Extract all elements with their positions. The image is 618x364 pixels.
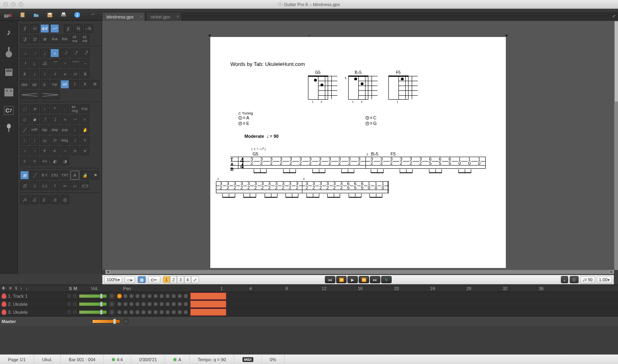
forward-btn[interactable]: ⏩ bbox=[359, 276, 369, 283]
open-file-icon[interactable] bbox=[32, 11, 40, 19]
flag-btn[interactable]: ⚑ bbox=[90, 171, 99, 180]
rasg-btn[interactable]: rasg. bbox=[60, 136, 69, 145]
tremolo-btn[interactable]: ≡ bbox=[50, 146, 59, 155]
double-flat-btn[interactable]: 𝄫 bbox=[20, 70, 29, 78]
sharp-btn[interactable]: ♯ bbox=[50, 70, 59, 78]
fx-knob[interactable] bbox=[165, 309, 170, 315]
scroll-right-icon[interactable]: ▶ bbox=[609, 270, 614, 274]
fx-knob[interactable] bbox=[183, 301, 189, 307]
countdown-btn[interactable]: ⏲ bbox=[570, 276, 579, 283]
volume-swell-btn[interactable]: <> bbox=[40, 157, 49, 166]
direction-btn[interactable]: ⊡ bbox=[20, 181, 29, 190]
harmonic2-btn[interactable]: ◆ bbox=[30, 115, 39, 124]
fx-knob[interactable] bbox=[129, 293, 134, 299]
alt-beam-btn[interactable]: ♪♪ bbox=[70, 181, 79, 190]
play-btn[interactable]: ▶ bbox=[347, 276, 358, 283]
grace-on-btn[interactable]: 𝆕 bbox=[30, 146, 39, 155]
fullscreen-icon[interactable]: ⤢ bbox=[612, 14, 616, 19]
scroll-left-icon[interactable]: ◀ bbox=[105, 270, 110, 274]
ff-btn[interactable]: ff bbox=[80, 80, 89, 89]
vertical-scrollbar[interactable] bbox=[614, 21, 618, 270]
fx-knob[interactable] bbox=[165, 293, 170, 299]
chord-diagram-btn[interactable]: ⊞ bbox=[20, 171, 29, 180]
p-btn[interactable]: p bbox=[40, 80, 49, 89]
repeat-close-btn[interactable]: :‖ bbox=[20, 35, 29, 43]
inv-mordent-btn[interactable]: ⩛ bbox=[80, 146, 89, 155]
clef-btn[interactable]: 𝄞 bbox=[20, 24, 29, 33]
track-timeline[interactable] bbox=[190, 292, 618, 300]
timer-btn[interactable]: 2:51 bbox=[50, 171, 59, 180]
amp-icon[interactable] bbox=[2, 66, 15, 79]
triplet-feel-btn[interactable]: ⌐³ bbox=[50, 24, 59, 33]
note-tool-icon[interactable]: ♪ bbox=[2, 26, 15, 39]
voice-4-btn[interactable]: 4 bbox=[184, 276, 191, 283]
fx-knob[interactable] bbox=[117, 301, 122, 307]
beam-btn[interactable]: ♫ bbox=[30, 181, 39, 190]
fx-knob[interactable] bbox=[141, 293, 146, 299]
shift-btn[interactable]: ⇅ bbox=[80, 70, 89, 78]
arpeggio-btn[interactable]: ≀ bbox=[70, 136, 79, 145]
close-icon[interactable]: × bbox=[177, 14, 179, 19]
tab-blindness[interactable]: blindness.gpx× bbox=[102, 12, 145, 21]
multitrack-btn[interactable]: ▦ bbox=[138, 276, 146, 283]
window-zoom-btn[interactable] bbox=[18, 2, 23, 7]
loop-btn[interactable]: ↻ bbox=[381, 276, 392, 283]
move-up-icon[interactable]: ↑ bbox=[20, 286, 23, 291]
print-icon[interactable] bbox=[60, 11, 68, 19]
rewind-btn[interactable]: ⏪ bbox=[336, 276, 347, 283]
let-ring-btn[interactable]: letring bbox=[70, 104, 79, 113]
info-icon[interactable]: i bbox=[73, 11, 81, 19]
master-volume-fader[interactable] bbox=[92, 319, 120, 323]
automation3-btn[interactable]: .ı| bbox=[50, 195, 59, 204]
tab-nickel[interactable]: nickel.gpx× bbox=[146, 12, 182, 21]
fade-in-btn[interactable]: < bbox=[20, 157, 29, 166]
natural-btn[interactable]: ♮ bbox=[40, 70, 49, 78]
sixteenth-note-btn[interactable]: 𝅘𝅥𝅯 bbox=[60, 49, 69, 57]
v-btn[interactable]: V bbox=[80, 136, 89, 145]
tremolo-arm-btn[interactable]: ⤵ bbox=[50, 115, 59, 124]
fx-knob[interactable] bbox=[171, 301, 177, 307]
mute-toggle[interactable] bbox=[73, 311, 76, 314]
undo-icon[interactable]: ↶ bbox=[89, 11, 97, 19]
timesig-btn[interactable]: 4/4 bbox=[40, 24, 49, 33]
thirtysecond-note-btn[interactable]: 𝅘𝅥𝅰 bbox=[70, 49, 79, 57]
fx-knob[interactable] bbox=[147, 293, 152, 299]
window-min-btn[interactable] bbox=[11, 2, 16, 7]
dotted-btn[interactable]: ♪. bbox=[30, 59, 39, 68]
automation2-btn[interactable]: |ı˙ bbox=[40, 195, 49, 204]
ghost-btn[interactable]: ◌ bbox=[20, 104, 29, 113]
metronome-btn[interactable]: ⟁ bbox=[561, 276, 568, 283]
solo-toggle[interactable] bbox=[68, 311, 71, 314]
crescendo-btn[interactable] bbox=[20, 90, 39, 99]
txt-btn[interactable]: TXT bbox=[60, 171, 69, 180]
mordent-btn[interactable]: ⩚ bbox=[70, 146, 79, 155]
8vb-btn[interactable]: 8vb bbox=[60, 35, 69, 43]
close-icon[interactable]: × bbox=[140, 14, 142, 19]
voice-3-btn[interactable]: 3 bbox=[177, 276, 184, 283]
fx-knob[interactable] bbox=[159, 293, 164, 299]
mic-icon[interactable] bbox=[2, 122, 15, 135]
harmonic-btn[interactable]: ◇ bbox=[20, 115, 29, 124]
trill-btn[interactable]: tr bbox=[40, 146, 49, 155]
hand-btn[interactable]: ✋ bbox=[80, 125, 89, 134]
volume-fader[interactable] bbox=[79, 302, 107, 306]
slide-btn[interactable]: ╱ bbox=[20, 125, 29, 134]
voice-all-btn[interactable]: ⤢ bbox=[191, 276, 199, 283]
guitar-icon[interactable] bbox=[2, 46, 15, 59]
fx-knob[interactable] bbox=[117, 293, 122, 299]
fermata-btn[interactable]: 𝄐 bbox=[60, 59, 69, 68]
15ma-btn[interactable]: 15ma bbox=[70, 35, 79, 43]
fx-knob[interactable] bbox=[141, 301, 146, 307]
fx-knob[interactable] bbox=[141, 309, 146, 315]
slap-btn[interactable]: slap bbox=[50, 125, 59, 134]
fx-knob[interactable] bbox=[135, 309, 140, 315]
fx-knob[interactable] bbox=[177, 293, 183, 299]
fx-knob[interactable] bbox=[147, 309, 152, 315]
fx-knob[interactable] bbox=[147, 301, 152, 307]
heavy-accent-btn[interactable]: ^ bbox=[50, 104, 59, 113]
dead-btn[interactable]: ✕ bbox=[30, 104, 39, 113]
section-btn[interactable]: ⊡ bbox=[30, 35, 39, 43]
decrescendo-btn[interactable] bbox=[41, 90, 60, 99]
save-file-icon[interactable] bbox=[46, 11, 54, 19]
pan-knob[interactable] bbox=[109, 301, 115, 307]
